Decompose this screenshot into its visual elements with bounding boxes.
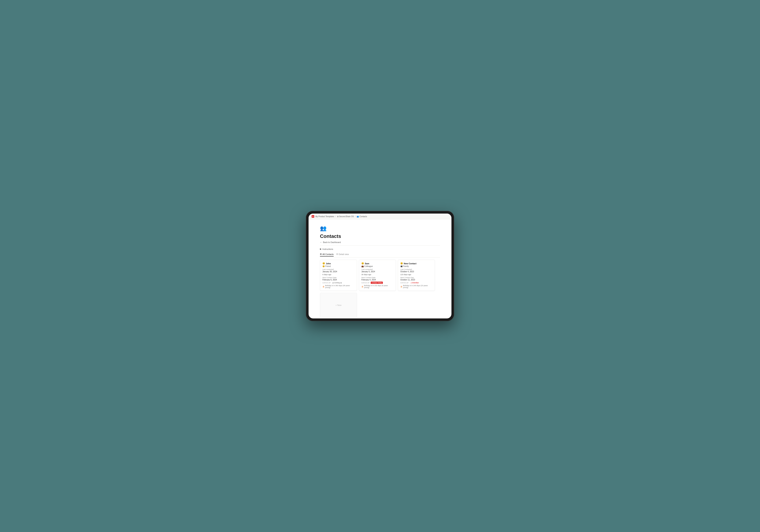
new-contact-birthday-icon: 🎂 xyxy=(400,286,403,287)
john-birthday-icon: 🎂 xyxy=(322,286,324,287)
sam-tag-icon: 💼 xyxy=(361,265,364,267)
sam-next-contact-label: Next Contact Date: xyxy=(361,277,394,278)
john-catch-up-row: CATCH UP Coming up xyxy=(322,282,355,284)
new-contact-tag-icon: 👨‍👩‍👧 xyxy=(400,265,403,267)
card-john-tag: 😊 Friend xyxy=(322,265,355,267)
tab-all-contacts-label: All Contacts xyxy=(322,253,334,255)
new-contact-birthday: 🎂 Birthday is in 244 days (23 years youn… xyxy=(400,285,432,288)
new-contact-plus-label: + New xyxy=(336,304,342,306)
sam-catch-up-row: CATCH UP Contact Today xyxy=(361,282,394,284)
tablet-frame: N My Product Templates / ⊞ Second Brain … xyxy=(306,211,454,321)
back-to-dashboard-link[interactable]: ← Back to Dashboard xyxy=(320,241,440,243)
john-birthday: 🎂 Birthday is in 360 days (49 years youn… xyxy=(322,285,355,288)
second-brain-icon: ⊞ xyxy=(337,216,339,218)
sam-birthday: 🎂 Birthday is in 232 days (8 years young… xyxy=(361,285,394,288)
john-catch-up-badge: Coming up xyxy=(332,282,343,284)
contacts-bc-icon: 👥 xyxy=(356,216,359,218)
card-sam-tag: 💼 Colleague xyxy=(361,265,394,267)
breadcrumb-second-label: Second Brain OS xyxy=(339,216,354,218)
breadcrumb-current-label: Contacts xyxy=(359,216,367,218)
new-contact-last-contacted-label: Last Contacted: xyxy=(400,268,432,270)
new-contact-name-icon: 😊 xyxy=(400,262,403,265)
card-new-contact-tag: 👨‍👩‍👧 Family xyxy=(400,265,432,267)
main-content: 👥 Contacts ← Back to Dashboard ▶ Instruc… xyxy=(309,219,451,318)
john-name-icon: 😊 xyxy=(322,262,325,265)
all-contacts-icon: ⊞ xyxy=(320,253,322,255)
root-icon: N xyxy=(311,215,314,218)
tablet-screen: N My Product Templates / ⊞ Second Brain … xyxy=(309,214,451,318)
contact-card-john[interactable]: 😊 John 😊 Friend Last contacted: January … xyxy=(320,260,357,291)
new-contact-catch-up-row: CATCH UP Overdue xyxy=(400,282,432,284)
new-contact-next-contact-label: Next Contact Day: xyxy=(400,277,432,278)
instructions-arrow-icon: ▶ xyxy=(320,248,321,250)
tab-all-contacts[interactable]: ⊞ All Contacts xyxy=(320,253,334,257)
contacts-cards-grid: 😊 John 😊 Friend Last contacted: January … xyxy=(320,260,440,317)
detail-view-icon: ⊟ xyxy=(336,253,338,255)
sam-name-icon: 😊 xyxy=(361,262,364,265)
sam-next-contact-date: February 4, 2024 xyxy=(361,279,394,281)
card-sam-name: 😊 Sam xyxy=(361,262,394,265)
back-to-dashboard-label: Back to Dashboard xyxy=(323,241,341,243)
tab-detail-view[interactable]: ⊟ Detail view xyxy=(336,253,349,257)
sam-last-contacted-date: January 5, 2024 xyxy=(361,270,394,273)
tab-detail-view-label: Detail view xyxy=(339,253,349,255)
new-contact-last-contacted-ago: 123 days ago xyxy=(400,273,432,275)
new-contact-next-contact-date: October 11, 2023 xyxy=(400,279,432,281)
john-last-contacted-label: Last contacted: xyxy=(322,268,355,270)
breadcrumb-second[interactable]: ⊞ Second Brain OS xyxy=(337,216,354,218)
back-arrow-icon: ← xyxy=(320,241,322,243)
john-next-contact-label: Next Contact Date: xyxy=(322,277,355,278)
divider-1 xyxy=(320,245,440,246)
breadcrumb-sep-2: / xyxy=(355,215,356,218)
new-contact-last-contacted-date: October 4, 2023 xyxy=(400,270,432,273)
new-contact-catch-up-label: CATCH UP xyxy=(400,282,408,284)
breadcrumb-current: 👥 Contacts xyxy=(356,216,367,218)
instructions-toggle[interactable]: ▶ Instructions xyxy=(320,247,440,251)
john-last-contacted-ago: 6 days ago xyxy=(322,273,355,275)
sam-catch-up-label: CATCH UP xyxy=(361,282,369,284)
sam-last-contacted-ago: 30 days ago xyxy=(361,273,394,275)
sam-last-contacted-label: Last contacted: xyxy=(361,268,394,270)
breadcrumb-root[interactable]: My Product Templates xyxy=(315,216,334,218)
contact-card-new-contact[interactable]: 😊 New Contact 👨‍👩‍👧 Family Last Contacte… xyxy=(398,260,435,291)
new-contact-button[interactable]: + New xyxy=(320,293,357,317)
sam-birthday-icon: 🎂 xyxy=(361,286,363,287)
new-contact-catch-up-badge: Overdue xyxy=(410,282,419,284)
card-john-name: 😊 John xyxy=(322,262,355,265)
page-icon: 👥 xyxy=(320,225,440,231)
john-last-contacted-date: January 30, 2024 xyxy=(322,270,355,273)
tabs-bar: ⊞ All Contacts ⊟ Detail view xyxy=(320,251,440,258)
sam-catch-up-badge: Contact Today xyxy=(371,282,383,284)
breadcrumb: N My Product Templates / ⊞ Second Brain … xyxy=(309,214,451,219)
john-next-contact-date: February 6, 2024 xyxy=(322,279,355,281)
card-new-contact-name: 😊 New Contact xyxy=(400,262,432,265)
contact-card-sam[interactable]: 😊 Sam 💼 Colleague Last contacted: Januar… xyxy=(359,260,396,291)
page-title: Contacts xyxy=(320,233,440,239)
breadcrumb-sep-1: / xyxy=(335,215,336,218)
breadcrumb-root-label: My Product Templates xyxy=(315,216,334,218)
john-tag-icon: 😊 xyxy=(322,265,325,267)
instructions-label: Instructions xyxy=(322,248,333,250)
john-catch-up-label: CATCH UP xyxy=(322,282,331,284)
